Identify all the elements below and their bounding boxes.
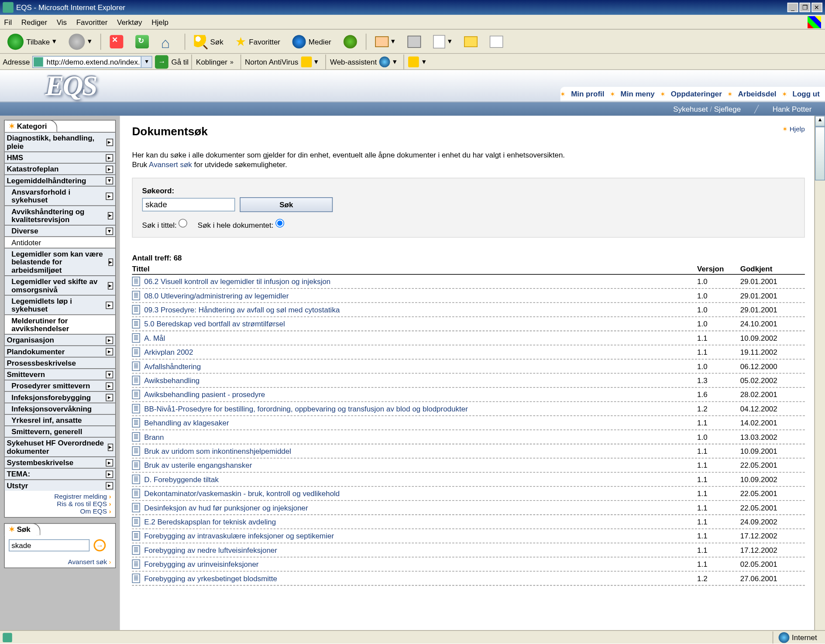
home-button[interactable] xyxy=(156,32,181,51)
address-input[interactable] xyxy=(33,55,153,68)
expand-icon[interactable]: ▸ xyxy=(107,212,113,219)
norton-label[interactable]: Norton AntiVirus xyxy=(245,58,298,66)
result-link[interactable]: Behandling av klagesaker xyxy=(144,419,697,427)
sidebar-item[interactable]: HMS▸ xyxy=(5,151,115,163)
result-link[interactable]: Arkivplan 2002 xyxy=(144,348,697,356)
close-button[interactable]: ✕ xyxy=(811,3,822,12)
link-ris-ros[interactable]: Ris & ros til EQS › xyxy=(9,500,111,507)
result-link[interactable]: Desinfeksjon av hud før punksjoner og in… xyxy=(144,504,697,512)
address-dropdown-icon[interactable]: ▼ xyxy=(141,56,152,67)
expand-icon[interactable]: ▸ xyxy=(106,394,113,401)
menu-tools[interactable]: Verktøy xyxy=(117,18,142,26)
links-label[interactable]: Koblinger xyxy=(196,58,227,66)
result-link[interactable]: D. Forebyggende tiltak xyxy=(144,475,697,483)
sidebar-item[interactable]: Yrkesrel inf, ansatte xyxy=(5,414,115,425)
history-button[interactable] xyxy=(339,33,361,50)
expand-icon[interactable]: ▸ xyxy=(106,459,113,466)
sidebar-search-go-icon[interactable]: → xyxy=(93,539,106,552)
sidebar-item[interactable]: Legemidler som kan være belastende for a… xyxy=(5,248,115,275)
search-input[interactable] xyxy=(142,198,235,212)
media-button[interactable]: Medier xyxy=(288,33,336,50)
back-button[interactable]: Tilbake ▾ xyxy=(3,31,61,51)
edit-button[interactable]: ▾ xyxy=(428,33,457,50)
nav-min-meny[interactable]: Min meny xyxy=(615,89,660,98)
menu-help[interactable]: Hjelp xyxy=(151,18,168,26)
expand-icon[interactable]: ▸ xyxy=(106,192,113,200)
expand-icon[interactable]: ▸ xyxy=(107,282,113,289)
result-link[interactable]: Forebygging av urinveisinfeksjoner xyxy=(144,560,697,569)
link-avansert-intro[interactable]: Avansert søk xyxy=(149,160,192,168)
sidebar-item[interactable]: Diagnostikk, behandling, pleie▸ xyxy=(5,132,115,151)
folder-button[interactable] xyxy=(459,34,482,49)
result-link[interactable]: 09.3 Prosedyre: Håndtering av avfall og … xyxy=(144,306,697,314)
sidebar-item[interactable]: Antidoter xyxy=(5,236,115,248)
expand-icon[interactable]: ▸ xyxy=(106,165,113,173)
collapse-icon[interactable]: ▾ xyxy=(106,370,113,378)
radio-title[interactable] xyxy=(179,219,188,227)
sidebar-item[interactable]: Diverse▾ xyxy=(5,225,115,236)
sidebar-item[interactable]: Prosedyrer smittevern▸ xyxy=(5,380,115,391)
sidebar-item[interactable]: Legemidler ved skifte av omsorgsnivå▸ xyxy=(5,275,115,295)
result-link[interactable]: 08.0 Utlevering/administrering av legemi… xyxy=(144,291,697,300)
search-submit-button[interactable]: Søk xyxy=(240,197,333,212)
expand-icon[interactable]: ▸ xyxy=(106,482,113,489)
link-registrer[interactable]: Registrer melding › xyxy=(9,493,111,500)
stop-button[interactable] xyxy=(105,33,128,50)
scroll-thumb[interactable] xyxy=(815,127,825,180)
sidebar-item[interactable]: TEMA:▸ xyxy=(5,468,115,479)
result-link[interactable]: Bruk av usterile engangshansker xyxy=(144,461,697,469)
expand-icon[interactable]: ▸ xyxy=(106,336,113,344)
result-link[interactable]: 06.2 Visuell kontroll av legemidler til … xyxy=(144,277,697,286)
collapse-icon[interactable]: ▾ xyxy=(106,227,113,235)
go-button[interactable]: → xyxy=(155,55,168,69)
sidebar-item[interactable]: Smittevern, generell xyxy=(5,425,115,437)
result-link[interactable]: Bruk av uridom som inkontinenshjelpemidd… xyxy=(144,447,697,456)
result-link[interactable]: A. Mål xyxy=(144,334,697,342)
result-link[interactable]: E.2 Beredskapsplan for teknisk avdeling xyxy=(144,518,697,526)
expand-icon[interactable]: ▸ xyxy=(107,443,113,451)
menu-edit[interactable]: Rediger xyxy=(21,18,47,26)
restore-button[interactable]: ❐ xyxy=(800,3,811,12)
result-link[interactable]: Avfallshåndtering xyxy=(144,362,697,370)
expand-icon[interactable]: ▸ xyxy=(106,301,113,308)
sidebar-item[interactable]: Prosessbeskrivelse xyxy=(5,357,115,368)
sidebar-item[interactable]: Systembeskrivelse▸ xyxy=(5,456,115,468)
result-link[interactable]: Forebygging av intravaskulære infeksjone… xyxy=(144,532,697,540)
expand-icon[interactable]: ▸ xyxy=(106,348,113,355)
nav-min-profil[interactable]: Min profil xyxy=(566,89,610,98)
expand-icon[interactable]: ▸ xyxy=(108,258,113,266)
menu-view[interactable]: Vis xyxy=(57,18,67,26)
sidebar-item[interactable]: Legemidlets løp i sykehuset▸ xyxy=(5,295,115,315)
result-link[interactable]: Awiksbehandling pasient - prosedyre xyxy=(144,391,697,399)
scroll-up-icon[interactable]: ▲ xyxy=(815,116,825,127)
sidebar-item[interactable]: Katastrofeplan▸ xyxy=(5,163,115,174)
favorites-button[interactable]: ★Favoritter xyxy=(231,32,285,51)
search-button[interactable]: Søk xyxy=(189,33,228,50)
sidebar-item[interactable]: Sykehuset HF Overordnede dokumenter▸ xyxy=(5,437,115,456)
refresh-button[interactable] xyxy=(131,33,153,50)
sidebar-item[interactable]: Smittevern▾ xyxy=(5,368,115,380)
sidebar-item[interactable]: Avvikshåndtering og kvalitetsrevisjon▸ xyxy=(5,206,115,225)
nav-oppdateringer[interactable]: Oppdateringer xyxy=(666,89,728,98)
link-om-eqs[interactable]: Om EQS › xyxy=(9,507,111,515)
result-link[interactable]: Awiksbehandling xyxy=(144,377,697,385)
link-avansert-sok[interactable]: Avansert søk › xyxy=(68,558,111,565)
radio-full-doc[interactable] xyxy=(275,219,284,227)
web-assist-label[interactable]: Web-assistent xyxy=(330,58,377,66)
result-link[interactable]: Forebygging av yrkesbetinget blodsmitte xyxy=(144,574,697,582)
sidebar-item[interactable]: Organisasjon▸ xyxy=(5,334,115,345)
expand-icon[interactable]: ▸ xyxy=(106,382,113,390)
sidebar-item[interactable]: Utstyr▸ xyxy=(5,480,115,491)
result-link[interactable]: 5.0 Beredskap ved bortfall av strømtilfø… xyxy=(144,320,697,328)
result-link[interactable]: Dekontaminator/vaskemaskin - bruk, kontr… xyxy=(144,490,697,498)
sidebar-item[interactable]: Infeksjonsforebygging▸ xyxy=(5,391,115,402)
result-link[interactable]: Brann xyxy=(144,433,697,441)
expand-icon[interactable]: ▸ xyxy=(106,470,113,478)
shield-icon[interactable] xyxy=(409,56,419,67)
sidebar-item[interactable]: Ansvarsforhold i sykehuset▸ xyxy=(5,186,115,206)
minimize-button[interactable]: _ xyxy=(787,3,798,12)
discuss-button[interactable] xyxy=(485,33,508,49)
scrollbar[interactable]: ▲ xyxy=(814,116,825,641)
sidebar-item[interactable]: Plandokumenter▸ xyxy=(5,346,115,357)
nav-arbeidsdel[interactable]: Arbeidsdel xyxy=(732,89,781,98)
